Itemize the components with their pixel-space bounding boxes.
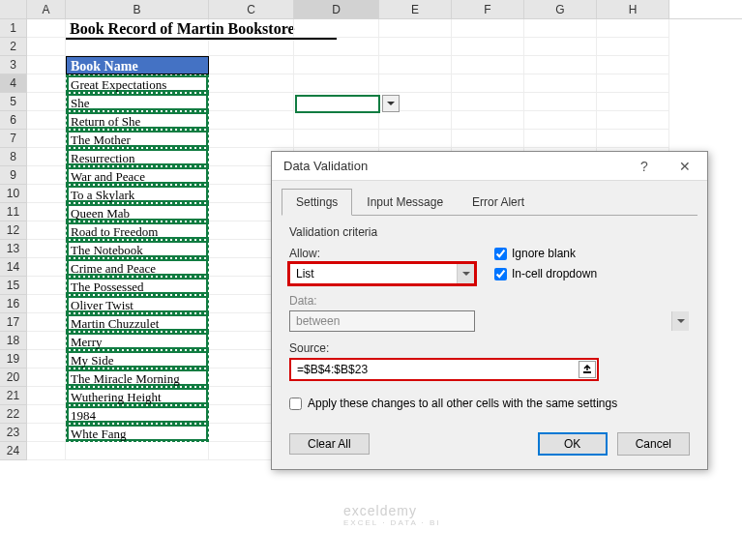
cell-D2[interactable]: [294, 38, 379, 56]
row-header-9[interactable]: 9: [0, 166, 27, 185]
col-header-f[interactable]: F: [452, 0, 524, 18]
cell-C1[interactable]: [209, 19, 294, 38]
col-header-e[interactable]: E: [379, 0, 452, 18]
cell-A4[interactable]: [27, 74, 66, 93]
row-header-4[interactable]: 4: [0, 74, 27, 93]
cell-B23[interactable]: Whte Fang: [66, 424, 209, 442]
range-selector-button[interactable]: [579, 361, 596, 378]
allow-combo[interactable]: [289, 263, 475, 284]
cell-A6[interactable]: [27, 111, 66, 130]
cell-C6[interactable]: [209, 111, 294, 130]
row-header-10[interactable]: 10: [0, 185, 27, 203]
cell-A2[interactable]: [27, 38, 66, 56]
cell-F2[interactable]: [452, 38, 524, 56]
cell-F1[interactable]: [452, 19, 524, 38]
cell-C2[interactable]: [209, 38, 294, 56]
cell-B12[interactable]: Road to Freedom: [66, 221, 209, 240]
cell-D3[interactable]: [294, 56, 379, 74]
row-header-19[interactable]: 19: [0, 350, 27, 368]
help-button[interactable]: ?: [630, 155, 659, 178]
cell-B14[interactable]: Crime and Peace: [66, 258, 209, 277]
cell-B3[interactable]: Book Name: [66, 56, 209, 74]
cell-C3[interactable]: [209, 56, 294, 74]
cell-E4[interactable]: [379, 74, 452, 93]
col-header-h[interactable]: H: [597, 0, 669, 18]
cell-B20[interactable]: The Miracle Morning: [66, 368, 209, 387]
ignore-blank-checkbox[interactable]: [494, 248, 507, 260]
cell-B7[interactable]: The Mother: [66, 130, 209, 148]
row-header-3[interactable]: 3: [0, 56, 27, 74]
cancel-button[interactable]: Cancel: [617, 432, 690, 456]
row-header-14[interactable]: 14: [0, 258, 27, 277]
row-header-2[interactable]: 2: [0, 38, 27, 56]
row-header-23[interactable]: 23: [0, 424, 27, 442]
row-header-13[interactable]: 13: [0, 240, 27, 258]
row-header-18[interactable]: 18: [0, 332, 27, 350]
row-header-7[interactable]: 7: [0, 130, 27, 148]
cell-A18[interactable]: [27, 332, 66, 350]
cell-H3[interactable]: [597, 56, 669, 74]
dropdown-button[interactable]: [382, 95, 400, 112]
cell-A14[interactable]: [27, 258, 66, 277]
cell-G5[interactable]: [524, 93, 597, 111]
apply-all-checkbox[interactable]: [289, 398, 302, 410]
cell-H4[interactable]: [597, 74, 669, 93]
col-header-g[interactable]: G: [524, 0, 597, 18]
cell-H5[interactable]: [597, 93, 669, 111]
cell-E2[interactable]: [379, 38, 452, 56]
row-header-21[interactable]: 21: [0, 387, 27, 405]
cell-B1[interactable]: Book Record of Martin Bookstore: [66, 19, 209, 38]
col-header-c[interactable]: C: [209, 0, 294, 18]
incell-dropdown-checkbox[interactable]: [494, 268, 507, 280]
cell-H7[interactable]: [597, 130, 669, 148]
row-header-22[interactable]: 22: [0, 405, 27, 424]
cell-H6[interactable]: [597, 111, 669, 130]
cell-F3[interactable]: [452, 56, 524, 74]
cell-B9[interactable]: War and Peace: [66, 166, 209, 185]
cell-B22[interactable]: 1984: [66, 405, 209, 424]
cell-B2[interactable]: [66, 38, 209, 56]
cell-A12[interactable]: [27, 221, 66, 240]
cell-A7[interactable]: [27, 130, 66, 148]
cell-B15[interactable]: The Possessed: [66, 277, 209, 295]
cell-B24[interactable]: [66, 442, 209, 460]
row-header-5[interactable]: 5: [0, 93, 27, 111]
cell-B5[interactable]: She: [66, 93, 209, 111]
row-header-20[interactable]: 20: [0, 368, 27, 387]
tab-settings[interactable]: Settings: [282, 189, 352, 216]
cell-D4[interactable]: [294, 74, 379, 93]
cell-B21[interactable]: Wuthering Height: [66, 387, 209, 405]
cell-B17[interactable]: Martin Chuzzulet: [66, 313, 209, 332]
cell-B10[interactable]: To a Skylark: [66, 185, 209, 203]
cell-G2[interactable]: [524, 38, 597, 56]
cell-A23[interactable]: [27, 424, 66, 442]
select-all-corner[interactable]: [0, 0, 27, 18]
row-header-6[interactable]: 6: [0, 111, 27, 130]
cell-D6[interactable]: [294, 111, 379, 130]
cell-G4[interactable]: [524, 74, 597, 93]
cell-G3[interactable]: [524, 56, 597, 74]
cell-A1[interactable]: [27, 19, 66, 38]
cell-A24[interactable]: [27, 442, 66, 460]
cell-G1[interactable]: [524, 19, 597, 38]
row-header-24[interactable]: 24: [0, 442, 27, 460]
cell-E6[interactable]: [379, 111, 452, 130]
cell-D1[interactable]: [294, 19, 379, 38]
cell-E1[interactable]: [379, 19, 452, 38]
cell-E7[interactable]: [379, 130, 452, 148]
cell-F6[interactable]: [452, 111, 524, 130]
cell-A9[interactable]: [27, 166, 66, 185]
cell-A16[interactable]: [27, 295, 66, 313]
source-input[interactable]: [289, 358, 599, 381]
row-header-1[interactable]: 1: [0, 19, 27, 38]
cell-A13[interactable]: [27, 240, 66, 258]
cell-E3[interactable]: [379, 56, 452, 74]
row-header-8[interactable]: 8: [0, 148, 27, 166]
cell-B19[interactable]: My Side: [66, 350, 209, 368]
cell-A5[interactable]: [27, 93, 66, 111]
cell-A21[interactable]: [27, 387, 66, 405]
cell-C4[interactable]: [209, 74, 294, 93]
cell-A19[interactable]: [27, 350, 66, 368]
cell-A8[interactable]: [27, 148, 66, 166]
col-header-b[interactable]: B: [66, 0, 209, 18]
